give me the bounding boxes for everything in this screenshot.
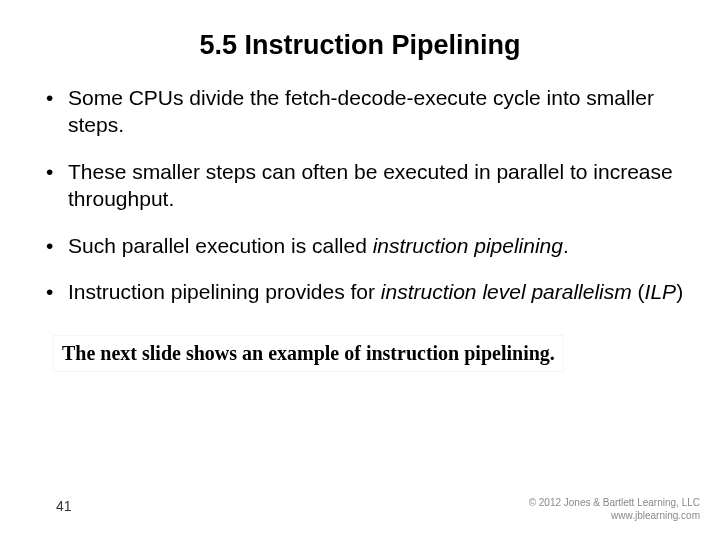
bullet-text: . [563, 234, 569, 257]
bullet-text: Such parallel execution is called [68, 234, 373, 257]
bullet-text: These smaller steps can often be execute… [68, 160, 673, 210]
bullet-item: Such parallel execution is called instru… [42, 233, 684, 260]
note-box: The next slide shows an example of instr… [54, 336, 563, 371]
page-number: 41 [56, 498, 72, 514]
bullet-list: Some CPUs divide the fetch-decode-execut… [36, 85, 684, 306]
copyright-line: © 2012 Jones & Bartlett Learning, LLC [529, 497, 700, 510]
bullet-text: Instruction pipelining provides for [68, 280, 381, 303]
copyright-line: www.jblearning.com [529, 510, 700, 523]
bullet-text: ) [676, 280, 683, 303]
bullet-italic: ILP [645, 280, 677, 303]
bullet-item: Some CPUs divide the fetch-decode-execut… [42, 85, 684, 139]
copyright: © 2012 Jones & Bartlett Learning, LLC ww… [529, 497, 700, 522]
slide-title: 5.5 Instruction Pipelining [36, 30, 684, 61]
bullet-text: ( [632, 280, 645, 303]
bullet-item: These smaller steps can often be execute… [42, 159, 684, 213]
bullet-italic: instruction level parallelism [381, 280, 632, 303]
bullet-text: Some CPUs divide the fetch-decode-execut… [68, 86, 654, 136]
bullet-italic: instruction pipelining [373, 234, 563, 257]
slide: 5.5 Instruction Pipelining Some CPUs div… [0, 0, 720, 540]
bullet-item: Instruction pipelining provides for inst… [42, 279, 684, 306]
